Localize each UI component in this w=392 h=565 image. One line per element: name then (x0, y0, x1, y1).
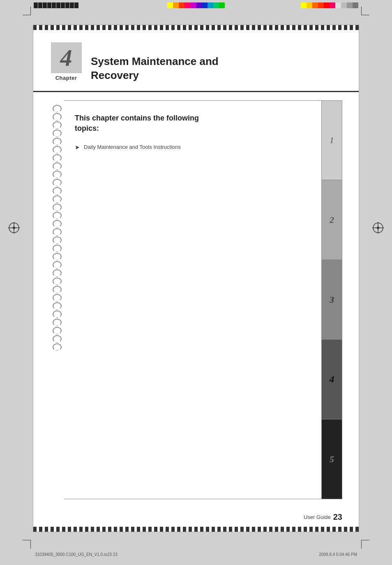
spiral-ring (53, 130, 62, 137)
topic-text: Daily Maintenance and Tools Instructions (84, 144, 181, 150)
spiral-ring (53, 171, 62, 178)
svg-point-3 (13, 227, 15, 229)
crop-mark-br-v (361, 540, 362, 549)
spiral-ring (53, 105, 62, 112)
spiral-ring (53, 228, 62, 236)
chapter-label: Chapter (55, 75, 77, 81)
crop-mark-bl-h (23, 540, 31, 540)
color-bar-top-right (301, 2, 358, 8)
tab-number-2: 2 (330, 215, 334, 225)
spiral-ring (53, 187, 62, 195)
tab-item-4[interactable]: 4 (322, 340, 342, 419)
footer-label: User Guide (304, 514, 331, 520)
spiral-ring (53, 138, 62, 145)
page-inner: 4 Chapter System Maintenance and Recover… (33, 30, 359, 527)
color-swatches-top (167, 2, 225, 8)
chapter-header: 4 Chapter System Maintenance and Recover… (33, 30, 359, 92)
tab-navigation: 1 2 3 4 5 (321, 101, 342, 499)
spiral-ring (53, 154, 62, 162)
page-footer: User Guide 23 (33, 507, 359, 527)
print-info-bottom: 31039405_3000 C100_UG_EN_V1.0.in23 23 20… (35, 552, 357, 557)
dashed-strip-top (33, 25, 359, 30)
spiral-ring (53, 212, 62, 219)
spiral-ring (53, 319, 62, 326)
spiral-ring (53, 146, 62, 153)
chapter-title: System Maintenance and Recovery (91, 55, 342, 83)
spiral-ring (53, 113, 62, 120)
spiral-ring (53, 236, 62, 244)
chapter-number-background: 4 (51, 42, 82, 73)
spiral-ring (53, 294, 62, 301)
crop-mark-tl-h (23, 15, 31, 15)
content-area: This chapter contains the following topi… (33, 92, 359, 507)
tab-number-1: 1 (330, 136, 334, 145)
spiral-ring (53, 261, 62, 269)
tab-item-5[interactable]: 5 (322, 419, 342, 499)
spiral-ring (53, 327, 62, 334)
footer-page-number: 23 (333, 512, 342, 522)
print-info-left: 31039405_3000 C100_UG_EN_V1.0.in23 23 (35, 552, 118, 557)
tab-item-2[interactable]: 2 (322, 180, 342, 260)
registration-mark-right (372, 222, 384, 234)
topics-heading: This chapter contains the following topi… (75, 113, 311, 134)
chapter-title-block: System Maintenance and Recovery (91, 42, 342, 83)
notebook-left-content: This chapter contains the following topi… (65, 101, 321, 499)
spiral-ring (53, 220, 62, 227)
tab-number-3: 3 (330, 294, 334, 305)
crop-mark-tr-h (361, 15, 369, 15)
registration-mark-left (8, 222, 20, 234)
crop-mark-tr-v (361, 7, 362, 15)
crop-mark-bl-v (30, 540, 31, 549)
topic-arrow-icon: ➤ (75, 144, 80, 151)
spiral-ring (53, 245, 62, 252)
spiral-ring (53, 253, 62, 260)
tab-number-5: 5 (330, 454, 334, 465)
spiral-ring (53, 204, 62, 211)
topic-item: ➤ Daily Maintenance and Tools Instructio… (75, 144, 311, 151)
crop-mark-br-h (361, 540, 369, 540)
spiral-ring (53, 195, 62, 203)
tab-item-3[interactable]: 3 (322, 260, 342, 340)
spiral-ring (53, 179, 62, 186)
tab-number-4: 4 (330, 374, 334, 385)
spiral-ring (53, 343, 62, 351)
page-outer: 4 Chapter System Maintenance and Recover… (33, 25, 359, 532)
chapter-number: 4 (60, 46, 72, 70)
dashed-strip-bottom (33, 527, 359, 532)
print-info-right: 2009.8.4 5:04:46 PM (319, 552, 357, 557)
print-mark-squares-left (34, 2, 78, 8)
svg-point-7 (377, 227, 379, 229)
spiral-ring (53, 335, 62, 343)
spiral-ring (53, 269, 62, 277)
chapter-number-block: 4 Chapter (50, 42, 83, 81)
spiral-ring (53, 302, 62, 310)
notebook-content: This chapter contains the following topi… (65, 100, 342, 499)
spiral-ring (53, 286, 62, 293)
spiral-ring (53, 278, 62, 285)
spiral-binding (50, 100, 65, 499)
spiral-ring (53, 310, 62, 318)
spiral-ring (53, 162, 62, 170)
tab-item-1[interactable]: 1 (322, 101, 342, 181)
crop-mark-tl-v (30, 7, 31, 15)
spiral-ring (53, 121, 62, 129)
